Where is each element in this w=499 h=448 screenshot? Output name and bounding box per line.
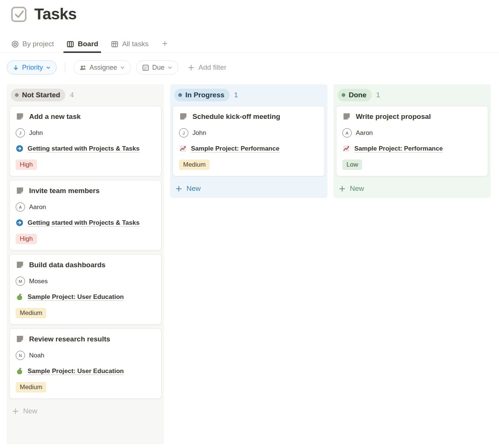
project-link[interactable]: Getting started with Projects & Tasks [28,145,139,152]
task-title: Schedule kick-off meeting [192,113,280,121]
project-link[interactable]: Getting started with Projects & Tasks [28,219,139,227]
project-link[interactable]: Sample Project: User Education [28,293,124,301]
task-card[interactable]: Add a new task J John Getting started wi… [9,106,161,176]
add-view-button[interactable] [161,40,169,53]
priority-tag: Medium [179,160,210,170]
page-icon [16,261,24,269]
status-dot-icon [342,93,345,97]
tab-label: Board [78,40,98,48]
green-apple-icon [16,367,23,375]
assignee-row: N Noah [16,351,155,360]
assignee-row: J John [179,128,318,138]
green-apple-icon [16,293,23,301]
add-filter-label: Add filter [198,63,226,72]
project-link[interactable]: Sample Project: Performance [191,145,279,152]
plus-icon [175,185,183,193]
task-title: Write project proposal [356,113,431,121]
page-icon [342,112,351,121]
project-row: Sample Project: Performance [342,145,482,152]
task-title: Invite team members [29,187,100,195]
tab-all-tasks[interactable]: All tasks [111,40,148,53]
project-row: Getting started with Projects & Tasks [16,219,155,227]
column-header: Done 1 [336,88,488,106]
calendar-icon [142,64,150,72]
avatar: N [16,351,25,360]
task-card[interactable]: Schedule kick-off meeting J John Sample … [173,106,325,176]
new-task-label: New [23,407,37,415]
new-task-button[interactable]: New [9,403,161,417]
project-link[interactable]: Sample Project: Performance [354,145,443,152]
new-task-button[interactable]: New [336,180,488,194]
add-filter-button[interactable]: Add filter [187,63,226,72]
task-card[interactable]: Review research results N Noah Sample Pr… [9,328,161,399]
priority-tag: Medium [16,382,46,392]
sort-priority-button[interactable]: Priority [7,60,57,75]
filter-label: Assignee [90,64,117,72]
arrow-circle-icon [16,219,23,227]
assignee-name: John [192,129,206,137]
column-not-started: Not Started 4 Add a new task J John [7,84,164,444]
assignee-name: Aaron [356,129,373,137]
status-label: Not Started [22,91,60,99]
tab-label: All tasks [122,40,148,48]
chevron-down-icon [167,65,173,70]
status-dot-icon [15,93,19,97]
filter-assignee-button[interactable]: Assignee [73,60,131,75]
project-row: Sample Project: User Education [16,367,155,375]
assignee-name: John [29,129,43,137]
status-pill[interactable]: In Progress [174,89,230,101]
arrow-down-icon [12,64,19,71]
avatar: A [16,202,25,212]
tab-label: By project [22,40,54,48]
toolbar-divider [65,63,65,72]
page-title: Tasks [34,5,76,23]
priority-tag: High [16,160,37,170]
board-icon [66,40,74,48]
status-dot-icon [178,93,182,97]
project-row: Sample Project: User Education [16,293,155,301]
column-done: Done 1 Write project proposal A Aaron [333,84,491,198]
filter-due-button[interactable]: Due [136,60,178,75]
view-tabs: By project Board All tasks [0,36,499,53]
project-link[interactable]: Sample Project: User Education [28,367,124,375]
page-icon [16,186,24,195]
task-card[interactable]: Build data dashboards M Moses Sample Pro… [9,254,161,325]
people-icon [79,64,87,72]
priority-tag: Low [342,160,362,170]
page-icon [16,335,24,343]
chevron-down-icon [45,65,51,70]
task-title: Add a new task [29,113,81,121]
arrow-circle-icon [16,145,23,152]
task-title: Review research results [29,335,110,343]
avatar: A [342,128,352,138]
plus-icon [338,185,346,193]
chart-increasing-icon [342,145,350,152]
assignee-row: M Moses [16,277,155,286]
status-pill[interactable]: Not Started [11,89,65,101]
assignee-row: J John [16,128,155,138]
avatar: M [16,277,25,286]
avatar: J [16,128,25,138]
assignee-row: A Aaron [16,202,155,212]
new-task-button[interactable]: New [173,180,325,194]
project-row: Sample Project: Performance [179,145,318,152]
tab-by-project[interactable]: By project [11,40,54,53]
plus-icon [161,40,169,47]
plus-icon [12,407,19,415]
page-header: Tasks [0,0,499,23]
new-task-label: New [186,184,201,193]
tab-board[interactable]: Board [66,40,98,53]
assignee-name: Moses [29,278,48,285]
target-icon [11,40,19,48]
kanban-board: Not Started 4 Add a new task J John [0,84,499,444]
filter-toolbar: Priority Assignee [0,60,499,75]
task-card[interactable]: Write project proposal A Aaron Sample Pr… [336,106,488,176]
chevron-down-icon [120,65,125,70]
status-label: Done [349,91,367,99]
project-row: Getting started with Projects & Tasks [16,145,155,152]
status-pill[interactable]: Done [338,89,372,101]
page-icon [179,112,188,121]
column-count: 1 [234,91,238,99]
task-card[interactable]: Invite team members A Aaron Getting star… [9,180,161,250]
task-title: Build data dashboards [29,261,106,269]
